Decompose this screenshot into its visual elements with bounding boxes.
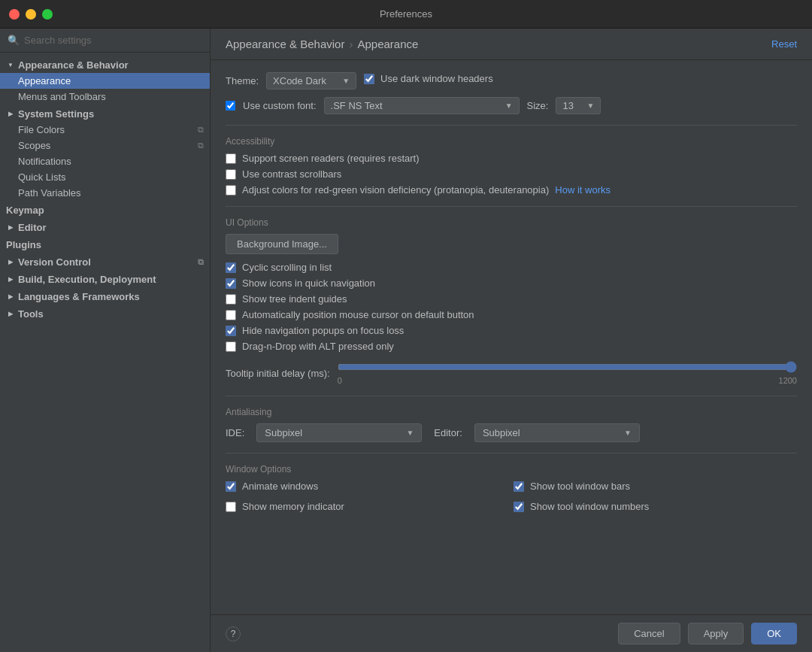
sidebar-item-label: Appearance & Behavior — [18, 59, 129, 71]
sidebar-item-file-colors[interactable]: File Colors ⧉ — [0, 122, 210, 138]
help-button[interactable]: ? — [226, 626, 241, 641]
show-tool-window-bars-label[interactable]: Show tool window bars — [530, 481, 630, 492]
background-image-button[interactable]: Background Image... — [226, 234, 338, 254]
show-icons-nav-label[interactable]: Show icons in quick navigation — [242, 277, 375, 289]
sidebar-item-label: Notifications — [18, 156, 71, 167]
how-it-works-link[interactable]: How it works — [555, 184, 611, 196]
sidebar-item-label: Editor — [18, 222, 47, 233]
main-container: 🔍 Appearance & Behavior Appearance Menus… — [0, 29, 812, 652]
sidebar-item-appearance[interactable]: Appearance — [0, 73, 210, 89]
dark-headers-row: Use dark window headers — [364, 73, 493, 84]
screen-readers-checkbox[interactable] — [226, 153, 236, 164]
content-panel: Appearance & Behavior › Appearance Reset… — [211, 29, 812, 652]
ide-antialiasing-label: IDE: — [226, 427, 244, 438]
window-title: Preferences — [380, 8, 432, 20]
drag-n-drop-alt-checkbox[interactable] — [226, 341, 236, 352]
cyclic-scroll-label[interactable]: Cyclic scrolling in list — [242, 262, 332, 273]
drag-n-drop-alt-label[interactable]: Drag-n-Drop with ALT pressed only — [242, 341, 394, 352]
expand-arrow-icon — [6, 223, 15, 232]
sidebar-item-editor[interactable]: Editor — [0, 220, 210, 235]
screen-readers-row: Support screen readers (requires restart… — [226, 153, 797, 164]
theme-dropdown-arrow-icon: ▼ — [342, 77, 350, 85]
editor-antialiasing-select[interactable]: Subpixel ▼ — [474, 423, 640, 442]
animate-windows-label[interactable]: Animate windows — [242, 481, 318, 492]
size-select[interactable]: 13 ▼ — [556, 97, 601, 114]
hide-nav-popups-checkbox[interactable] — [226, 326, 236, 336]
hide-nav-popups-label[interactable]: Hide navigation popups on focus loss — [242, 325, 404, 336]
accessibility-title: Accessibility — [226, 136, 797, 147]
ide-antialiasing-select[interactable]: Subpixel ▼ — [256, 423, 422, 442]
auto-position-mouse-checkbox[interactable] — [226, 310, 236, 320]
contrast-scrollbars-checkbox[interactable] — [226, 169, 236, 180]
breadcrumb-current: Appearance — [357, 38, 418, 50]
show-icons-nav-checkbox[interactable] — [226, 278, 236, 289]
show-tree-indent-checkbox[interactable] — [226, 294, 236, 305]
show-tree-indent-label[interactable]: Show tree indent guides — [242, 293, 347, 305]
custom-font-checkbox[interactable] — [226, 101, 235, 111]
footer: ? Cancel Apply OK — [211, 614, 812, 652]
show-icons-nav-row: Show icons in quick navigation — [226, 277, 797, 289]
show-tool-window-bars-checkbox[interactable] — [514, 481, 524, 492]
sidebar-item-label: Quick Lists — [18, 171, 66, 183]
window-controls[interactable] — [9, 9, 53, 20]
cyclic-scroll-checkbox[interactable] — [226, 262, 236, 273]
tooltip-slider[interactable] — [338, 361, 797, 373]
sidebar-item-quick-lists[interactable]: Quick Lists — [0, 169, 210, 185]
content-header: Appearance & Behavior › Appearance Reset — [211, 29, 812, 60]
dark-headers-label[interactable]: Use dark window headers — [380, 73, 493, 84]
editor-antialiasing-arrow-icon: ▼ — [624, 429, 632, 437]
show-tool-window-numbers-label[interactable]: Show tool window numbers — [530, 501, 649, 512]
editor-antialiasing-label: Editor: — [434, 427, 462, 438]
sidebar-item-label: File Colors — [18, 124, 65, 135]
sidebar: 🔍 Appearance & Behavior Appearance Menus… — [0, 29, 211, 652]
show-memory-indicator-row: Show memory indicator — [226, 501, 509, 512]
sidebar-item-label: System Settings — [18, 108, 94, 120]
sidebar-item-plugins[interactable]: Plugins — [0, 237, 210, 253]
color-adjust-checkbox[interactable] — [226, 185, 236, 196]
theme-label: Theme: — [226, 75, 259, 86]
ok-button[interactable]: OK — [751, 623, 797, 644]
custom-font-label[interactable]: Use custom font: — [243, 100, 317, 111]
slider-min-label: 0 — [338, 376, 342, 385]
divider-3 — [226, 396, 797, 396]
show-memory-indicator-checkbox[interactable] — [226, 502, 236, 512]
apply-button[interactable]: Apply — [688, 623, 744, 644]
maximize-button[interactable] — [42, 9, 53, 20]
expand-arrow-icon — [6, 110, 15, 119]
sidebar-item-path-variables[interactable]: Path Variables — [0, 185, 210, 201]
close-button[interactable] — [9, 9, 20, 20]
sidebar-item-notifications[interactable]: Notifications — [0, 153, 210, 169]
window-options-grid: Animate windows Show tool window bars Sh… — [226, 481, 797, 517]
sidebar-item-keymap[interactable]: Keymap — [0, 202, 210, 218]
sidebar-item-languages-frameworks[interactable]: Languages & Frameworks — [0, 289, 210, 305]
show-memory-indicator-label[interactable]: Show memory indicator — [242, 501, 344, 512]
dark-headers-checkbox[interactable] — [364, 74, 374, 84]
cancel-button[interactable]: Cancel — [618, 623, 680, 644]
auto-position-mouse-label[interactable]: Automatically position mouse cursor on d… — [242, 309, 474, 320]
screen-readers-label[interactable]: Support screen readers (requires restart… — [242, 153, 420, 164]
search-container[interactable]: 🔍 — [0, 29, 210, 53]
font-select[interactable]: .SF NS Text ▼ — [324, 97, 520, 114]
divider-1 — [226, 125, 797, 126]
sidebar-item-label: Menus and Toolbars — [18, 91, 106, 102]
sidebar-item-version-control[interactable]: Version Control ⧉ — [0, 254, 210, 270]
sidebar-item-appearance-behavior[interactable]: Appearance & Behavior — [0, 57, 210, 73]
tooltip-row: Tooltip initial delay (ms): 0 1200 — [226, 361, 797, 385]
sidebar-item-tools[interactable]: Tools — [0, 306, 210, 322]
reset-button[interactable]: Reset — [771, 38, 797, 50]
contrast-scrollbars-row: Use contrast scrollbars — [226, 168, 797, 180]
sidebar-item-build-execution[interactable]: Build, Execution, Deployment — [0, 271, 210, 287]
minimize-button[interactable] — [26, 9, 36, 20]
sidebar-item-system-settings[interactable]: System Settings — [0, 106, 210, 122]
contrast-scrollbars-label[interactable]: Use contrast scrollbars — [242, 168, 341, 180]
theme-row: Theme: XCode Dark ▼ Use dark window head… — [226, 72, 797, 89]
sidebar-tree: Appearance & Behavior Appearance Menus a… — [0, 53, 210, 652]
animate-windows-checkbox[interactable] — [226, 481, 236, 492]
theme-select[interactable]: XCode Dark ▼ — [266, 72, 356, 89]
show-tool-window-numbers-checkbox[interactable] — [514, 502, 524, 512]
sidebar-item-menus-toolbars[interactable]: Menus and Toolbars — [0, 89, 210, 105]
sidebar-item-scopes[interactable]: Scopes ⧉ — [0, 138, 210, 153]
search-input[interactable] — [24, 35, 202, 46]
color-adjust-label[interactable]: Adjust colors for red-green vision defic… — [242, 184, 549, 196]
copy-icon: ⧉ — [198, 141, 204, 150]
